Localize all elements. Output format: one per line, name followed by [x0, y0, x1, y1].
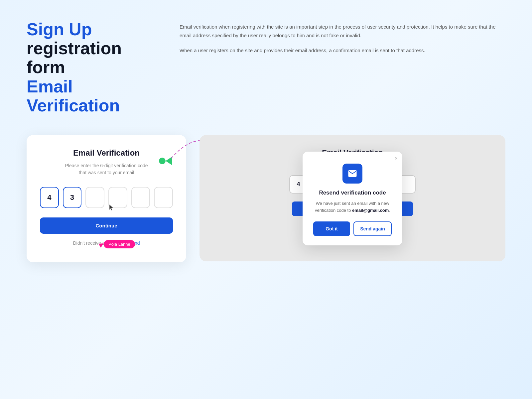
user-label-container: ▶ Pola Lanne	[99, 240, 135, 248]
bg-card: Email Verification Please enter the 6-di…	[200, 135, 505, 261]
hero-line1: Sign Up	[27, 20, 153, 39]
otp-box-3[interactable]	[85, 187, 104, 208]
hero-desc2: When a user registers on the site and pr…	[180, 46, 505, 55]
modal: × Resend verification code We have just …	[303, 152, 402, 245]
otp-box-1[interactable]: 4	[40, 187, 59, 208]
top-section: Sign Up registration form Email Verifica…	[27, 20, 505, 115]
pink-arrow-icon: ▶	[97, 240, 105, 248]
modal-icon-container	[342, 164, 362, 184]
hero-description: Email verification when registering with…	[180, 20, 505, 55]
modal-close-button[interactable]: ×	[395, 156, 398, 162]
modal-buttons: Got it Send again	[313, 221, 392, 236]
continue-button[interactable]: Continue	[40, 217, 173, 234]
user-label: Pola Lanne	[104, 240, 135, 248]
modal-body: We have just sent an email with a new ve…	[313, 200, 392, 214]
send-again-button[interactable]: Send again	[353, 221, 392, 236]
bottom-section: Email Verification Please enter the 6-di…	[27, 135, 505, 262]
modal-title: Resend verification code	[313, 190, 392, 196]
cursor-icon	[109, 204, 115, 213]
otp-box-2[interactable]: 3	[63, 187, 82, 208]
hero-line3: Email Verification	[27, 77, 153, 115]
got-it-button[interactable]: Got it	[313, 221, 350, 236]
otp-box-6[interactable]	[154, 187, 173, 208]
email-icon	[347, 169, 357, 179]
hero-desc1: Email verification when registering with…	[180, 23, 505, 40]
otp-input-group: 4 3	[40, 187, 173, 208]
otp-box-5[interactable]	[131, 187, 150, 208]
left-card-title: Email Verification	[40, 148, 173, 158]
modal-email: email@gmail.com	[352, 208, 389, 213]
left-card-subtitle: Please enter the 6-digit verification co…	[40, 162, 173, 176]
left-card: Email Verification Please enter the 6-di…	[27, 135, 186, 262]
hero-title: Sign Up registration form Email Verifica…	[27, 20, 153, 115]
hero-line2: registration form	[27, 39, 153, 77]
right-side: Email Verification Please enter the 6-di…	[200, 135, 505, 261]
